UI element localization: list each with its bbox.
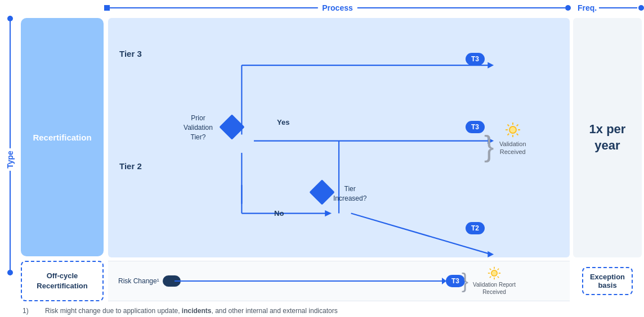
- freq-right-dot: [638, 5, 644, 11]
- type-bottom-dot: [7, 270, 13, 275]
- t3-badge-middle: T3: [466, 121, 485, 133]
- svg-line-30: [498, 277, 499, 278]
- svg-line-31: [498, 269, 499, 270]
- freq-label: Freq.: [578, 3, 597, 12]
- curly-brace: }: [484, 56, 494, 236]
- diagram-area: Tier 3 Prior Validation Tier? Tier 2 Yes…: [107, 16, 572, 304]
- per-year-label: 1x per year: [589, 121, 626, 153]
- yes-label: Yes: [277, 118, 289, 126]
- footnote-row: 1) Risk might change due to application …: [0, 304, 644, 317]
- recertification-column: Recertification Off-cycle Recertificatio…: [20, 16, 107, 304]
- exception-box: Exception basis: [582, 267, 633, 295]
- validation-report-label: Validation Report Received: [473, 281, 516, 296]
- t3-badge-top: T3: [466, 53, 485, 65]
- type-column: Type: [0, 16, 20, 304]
- freq-column: 1x per year Exception basis: [572, 16, 644, 304]
- freq-line: [599, 7, 637, 8]
- freq-top: 1x per year: [573, 18, 642, 257]
- no-label: No: [274, 209, 284, 218]
- tier-increased-label: Tier Increased?: [333, 184, 366, 203]
- svg-line-32: [490, 277, 491, 278]
- svg-line-22: [507, 134, 509, 135]
- footnote-number: 1): [23, 307, 34, 315]
- svg-line-20: [516, 134, 518, 135]
- validation-report-icon: [488, 266, 501, 280]
- process-arrow-left-dot: [104, 5, 110, 11]
- offcycle-label: Off-cycle Recertification: [37, 271, 87, 291]
- tier3-label: Tier 3: [119, 49, 142, 58]
- freq-header: Freq.: [573, 3, 644, 12]
- type-label: Type: [6, 148, 15, 171]
- risk-flow-line: [175, 280, 445, 282]
- tier2-label: Tier 2: [119, 161, 142, 171]
- footnote-text: Risk might change due to application upd…: [45, 307, 338, 315]
- svg-line-19: [507, 125, 509, 126]
- prior-validation-diamond: [219, 114, 244, 139]
- prior-validation-label: Prior Validation Tier?: [176, 114, 221, 142]
- t2-badge: T2: [466, 222, 485, 234]
- svg-line-21: [516, 125, 518, 126]
- svg-marker-12: [325, 210, 332, 216]
- tier-increased-diamond: [309, 179, 334, 205]
- type-line: [10, 16, 11, 275]
- svg-marker-9: [488, 251, 494, 257]
- type-top-dot: [7, 16, 13, 21]
- svg-point-14: [510, 127, 516, 133]
- svg-line-29: [490, 269, 491, 270]
- validation-received-label: Validation Received: [499, 140, 526, 156]
- validation-received-area: Validation Received: [499, 122, 526, 156]
- offcycle-box: Off-cycle Recertification: [21, 261, 104, 301]
- main-container: Process Freq. Type Recertifica: [0, 0, 644, 317]
- freq-bottom: Exception basis: [573, 261, 642, 301]
- exception-label: Exception basis: [590, 273, 625, 289]
- diagram-bottom: Risk Change¹ T3 }: [108, 261, 570, 301]
- risk-change-area: Risk Change¹: [118, 275, 181, 287]
- risk-change-label: Risk Change¹: [118, 277, 159, 285]
- validation-icon: [505, 122, 521, 138]
- process-label: Process: [317, 3, 357, 12]
- validation-report-area: Validation Report Received: [473, 266, 516, 296]
- svg-point-24: [492, 271, 497, 276]
- diagram-top: Tier 3 Prior Validation Tier? Tier 2 Yes…: [108, 18, 570, 257]
- recertification-box: Recertification: [21, 18, 104, 256]
- recertification-label: Recertification: [33, 133, 91, 142]
- curly-brace-bottom: }: [462, 269, 468, 293]
- process-arrow-right-dot: [565, 5, 571, 11]
